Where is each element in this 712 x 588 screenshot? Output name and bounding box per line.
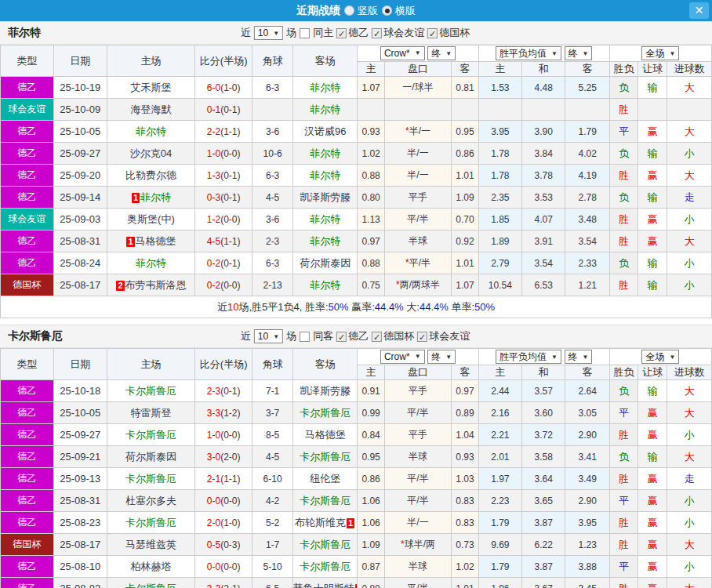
fulltime-score[interactable]: 1-3	[207, 170, 220, 181]
home-team-name[interactable]: 马瑟维兹英	[125, 539, 176, 550]
league-cell: 德国杯	[1, 274, 54, 296]
corners-cell: 7-1	[252, 380, 292, 402]
avg-odds-select[interactable]: 胜平负均值▼	[496, 350, 561, 364]
fulltime-score[interactable]: 2-0	[207, 517, 220, 528]
away-team-name[interactable]: 菲尔特	[310, 82, 340, 93]
away-team-name[interactable]: 卡尔斯鲁厄	[300, 451, 351, 463]
away-team-name[interactable]: 菲尔特	[310, 235, 340, 247]
odds-time-select[interactable]: 终▼	[427, 46, 456, 60]
fulltime-score[interactable]: 0-0	[207, 561, 220, 572]
odds-time-select[interactable]: 终▼	[427, 350, 456, 364]
home-team-name[interactable]: 艾禾斯堡	[130, 82, 171, 93]
goals-result-cell: 大	[667, 402, 712, 424]
away-team-name[interactable]: 荷尔斯泰因	[300, 257, 351, 269]
fulltime-score[interactable]: 4-5	[207, 236, 220, 247]
match-count-select[interactable]: 10▼	[254, 26, 283, 40]
scope-select[interactable]: 全场▼	[641, 350, 679, 364]
fulltime-score[interactable]: 0-0	[207, 495, 220, 506]
home-team-name[interactable]: 卡尔斯鲁厄	[125, 385, 176, 397]
avg-home-odds: 2.35	[478, 187, 521, 209]
layout-radio-vertical[interactable]: 竖版	[344, 4, 378, 18]
home-team-name[interactable]: 沙尔克04	[130, 147, 172, 159]
subcol-odds-away: 客	[452, 62, 478, 77]
away-team-name[interactable]: 卡尔斯鲁厄	[300, 561, 351, 572]
home-team-name[interactable]: 菲尔特	[136, 257, 166, 269]
layout-radio-horizontal[interactable]: 横版	[382, 4, 416, 18]
away-team-name[interactable]: 纽伦堡	[310, 473, 340, 485]
fulltime-score[interactable]: 3-3	[207, 408, 220, 419]
home-team-name[interactable]: 卡尔斯鲁厄	[125, 429, 176, 441]
league-checkbox-0[interactable]: ✓	[336, 332, 347, 342]
home-team-name[interactable]: 奥斯堡(中)	[127, 213, 175, 225]
avg-time-select[interactable]: 终▼	[565, 46, 593, 60]
home-team-name[interactable]: 菲尔特	[140, 191, 171, 203]
fulltime-score[interactable]: 0-2	[207, 280, 220, 291]
away-team-name[interactable]: 布轮斯维克	[295, 517, 346, 528]
away-team-name[interactable]: 菲尔特	[310, 279, 340, 291]
home-team-name[interactable]: 马格德堡	[136, 235, 176, 247]
match-row: 德乙25-09-141菲尔特0-3(0-1)4-5凯泽斯劳滕0.80平手1.09…	[1, 187, 712, 209]
away-team-name[interactable]: 卡尔斯鲁厄	[300, 539, 351, 550]
home-team-name[interactable]: 卡尔斯鲁厄	[125, 473, 176, 485]
away-team-name[interactable]: 普鲁士明斯特	[293, 583, 354, 588]
handicap-away-odds: 0.89	[452, 402, 478, 424]
home-team-name[interactable]: 海登海默	[130, 103, 171, 115]
fulltime-score[interactable]: 2-1	[207, 474, 220, 485]
home-team-name[interactable]: 比勒费尔德	[125, 169, 176, 181]
subcol-line: 盘口	[384, 62, 452, 77]
same-venue-checkbox[interactable]	[300, 28, 310, 38]
league-checkbox-2[interactable]: ✓	[417, 332, 427, 342]
away-team-name[interactable]: 凯泽斯劳滕	[300, 191, 351, 203]
home-team-name[interactable]: 卡尔斯鲁厄	[125, 583, 176, 588]
record-summary: 近10场,胜5平1负4, 胜率:50% 赢率:44.4% 大:44.4% 单率:…	[0, 296, 712, 318]
avg-odds-select[interactable]: 胜平负均值▼	[496, 46, 561, 60]
bookmaker-select[interactable]: Crow*▼	[380, 350, 425, 364]
home-team-name[interactable]: 菲尔特	[136, 125, 166, 137]
home-team-name[interactable]: 特雷斯登	[130, 407, 171, 419]
avg-draw-odds: 6.22	[522, 534, 565, 556]
home-team-name[interactable]: 荷尔斯泰因	[125, 451, 176, 463]
away-team-cell: 菲尔特	[292, 77, 358, 99]
close-button[interactable]: ✕	[689, 2, 709, 19]
same-venue-checkbox[interactable]	[300, 332, 310, 342]
away-team-name[interactable]: 卡尔斯鲁厄	[300, 407, 351, 419]
summary-part: 大:	[404, 301, 420, 313]
bookmaker-select[interactable]: Crow*▼	[380, 46, 425, 60]
fulltime-score[interactable]: 1-0	[207, 430, 220, 441]
handicap-line-cell: *半/一	[384, 121, 452, 143]
league-checkbox-0[interactable]: ✓	[336, 28, 347, 38]
away-team-name[interactable]: 凯泽斯劳滕	[300, 385, 351, 397]
match-count-select[interactable]: 10▼	[254, 329, 283, 343]
halftime-score: (0-0)	[220, 214, 240, 225]
away-team-name[interactable]: 汉诺威96	[304, 125, 346, 137]
fulltime-score[interactable]: 0-3	[207, 192, 220, 203]
handicap-line: 半球	[409, 561, 427, 572]
fulltime-score[interactable]: 1-2	[207, 214, 220, 225]
home-team-name[interactable]: 布劳韦斯洛恩	[125, 279, 187, 291]
home-team-name[interactable]: 杜塞尔多夫	[125, 495, 176, 506]
away-team-name[interactable]: 马格德堡	[305, 429, 346, 441]
home-team-name[interactable]: 卡尔斯鲁厄	[125, 517, 176, 528]
fulltime-score[interactable]: 3-0	[207, 452, 220, 463]
away-team-name[interactable]: 菲尔特	[310, 213, 340, 225]
match-row: 德国杯25-08-17马瑟维兹英0-5(0-3)1-7卡尔斯鲁厄1.09*球半/…	[1, 534, 712, 556]
halftime-score: (1-2)	[220, 408, 240, 419]
fulltime-score[interactable]: 1-0	[207, 148, 220, 159]
fulltime-score[interactable]: 0-2	[207, 258, 220, 269]
scope-select[interactable]: 全场▼	[641, 46, 679, 60]
fulltime-score[interactable]: 0-5	[207, 539, 220, 550]
league-checkbox-2[interactable]: ✓	[427, 28, 438, 38]
home-team-name[interactable]: 柏林赫塔	[130, 561, 171, 572]
fulltime-score[interactable]: 6-0	[207, 82, 220, 93]
away-team-name[interactable]: 卡尔斯鲁厄	[300, 495, 351, 506]
away-team-name[interactable]: 菲尔特	[310, 103, 340, 115]
fulltime-score[interactable]: 2-2	[207, 126, 220, 137]
away-team-name[interactable]: 菲尔特	[310, 147, 340, 159]
fulltime-score[interactable]: 3-2	[207, 583, 220, 588]
fulltime-score[interactable]: 2-3	[207, 386, 220, 397]
league-checkbox-1[interactable]: ✓	[372, 332, 382, 342]
avg-time-select[interactable]: 终▼	[565, 350, 593, 364]
away-team-name[interactable]: 菲尔特	[310, 169, 340, 181]
league-checkbox-1[interactable]: ✓	[372, 28, 382, 38]
fulltime-score[interactable]: 0-1	[207, 104, 220, 115]
